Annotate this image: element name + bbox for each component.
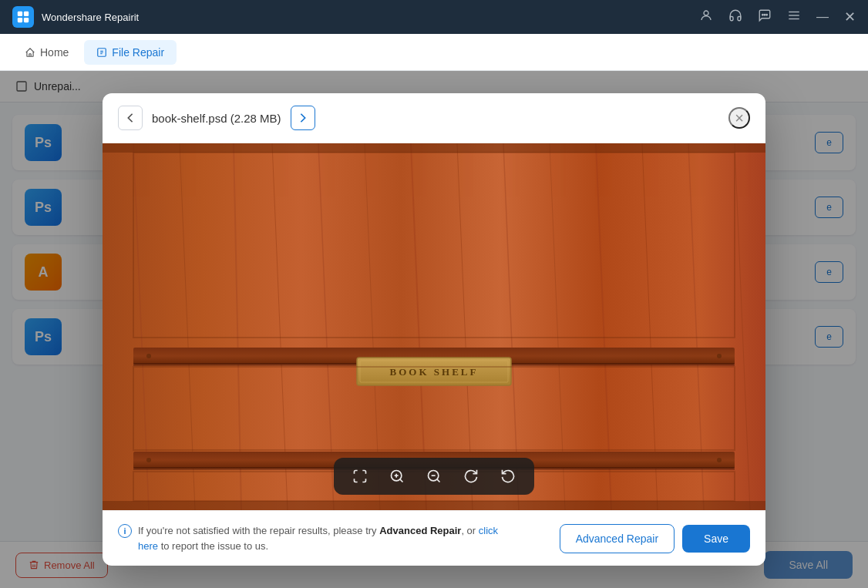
next-button[interactable] xyxy=(291,106,315,130)
tab-file-repair-label: File Repair xyxy=(112,46,164,59)
svg-rect-0 xyxy=(18,12,22,16)
modal-overlay: book-shelf.psd (2.28 MB) × xyxy=(0,71,868,588)
menu-icon[interactable] xyxy=(787,8,801,25)
svg-rect-1 xyxy=(24,12,29,16)
window-controls: — ✕ xyxy=(699,8,856,25)
footer-text: If you're not satisfied with the repair … xyxy=(138,523,503,553)
svg-point-39 xyxy=(146,458,151,462)
preview-modal: book-shelf.psd (2.28 MB) × xyxy=(103,93,765,566)
zoom-in-icon[interactable] xyxy=(386,465,408,487)
image-preview-area: BOOK SHELF xyxy=(103,143,765,510)
svg-rect-28 xyxy=(103,143,765,153)
title-bar: Wondershare Repairit xyxy=(0,0,868,34)
headset-icon[interactable] xyxy=(728,8,742,25)
svg-line-45 xyxy=(400,479,403,482)
svg-point-38 xyxy=(717,354,722,358)
minimize-icon[interactable]: — xyxy=(816,10,829,24)
modal-footer: i If you're not satisfied with the repai… xyxy=(103,510,765,566)
image-toolbar xyxy=(334,458,534,495)
svg-text:BOOK SHELF: BOOK SHELF xyxy=(390,366,479,378)
save-button[interactable]: Save xyxy=(682,525,750,553)
rotate-ccw-icon[interactable] xyxy=(497,465,519,487)
modal-header: book-shelf.psd (2.28 MB) × xyxy=(103,93,765,143)
advanced-repair-button[interactable]: Advanced Repair xyxy=(560,524,675,553)
footer-actions: Advanced Repair Save xyxy=(560,524,750,553)
svg-point-6 xyxy=(764,15,765,16)
modal-close-button[interactable]: × xyxy=(728,107,750,129)
zoom-out-icon[interactable] xyxy=(423,465,445,487)
prev-button[interactable] xyxy=(118,106,143,130)
svg-point-40 xyxy=(717,458,722,462)
nav-bar: Home File Repair xyxy=(0,34,868,71)
modal-nav: book-shelf.psd (2.28 MB) xyxy=(118,106,315,130)
svg-rect-2 xyxy=(18,18,22,22)
svg-point-7 xyxy=(766,15,768,16)
svg-line-49 xyxy=(437,479,440,482)
svg-point-5 xyxy=(762,15,764,16)
svg-rect-3 xyxy=(24,18,29,22)
bookshelf-image: BOOK SHELF xyxy=(103,143,765,510)
modal-title: book-shelf.psd (2.28 MB) xyxy=(152,112,281,125)
main-content: Unrepai... Ps e Ps e A e Ps e xyxy=(0,71,868,588)
app-window: Wondershare Repairit xyxy=(0,0,868,588)
chat-icon[interactable] xyxy=(758,8,772,25)
fullscreen-icon[interactable] xyxy=(349,465,371,487)
footer-info: i If you're not satisfied with the repai… xyxy=(118,523,503,553)
user-icon[interactable] xyxy=(699,8,713,25)
svg-rect-29 xyxy=(103,501,765,510)
info-icon: i xyxy=(118,524,132,538)
close-icon: × xyxy=(735,109,744,127)
rotate-cw-icon[interactable] xyxy=(460,465,482,487)
tab-home-label: Home xyxy=(40,46,69,59)
app-logo xyxy=(12,6,34,28)
tab-home[interactable]: Home xyxy=(12,40,81,65)
app-title: Wondershare Repairit xyxy=(42,12,699,23)
svg-point-4 xyxy=(704,11,708,15)
close-icon[interactable]: ✕ xyxy=(844,8,856,25)
tab-file-repair[interactable]: File Repair xyxy=(84,40,177,65)
svg-point-37 xyxy=(146,354,151,358)
